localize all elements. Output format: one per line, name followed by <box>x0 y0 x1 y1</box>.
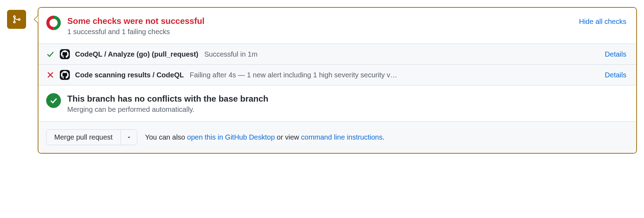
merge-button-group: Merge pull request <box>46 129 137 145</box>
merge-alt-text: You can also open this in GitHub Desktop… <box>145 133 385 141</box>
check-name: Code scanning results / CodeQL <box>75 71 184 79</box>
command-line-instructions-link[interactable]: command line instructions <box>301 133 383 141</box>
github-icon <box>61 50 69 58</box>
check-detail: Successful in 1m <box>204 50 258 58</box>
speech-pointer <box>34 15 38 24</box>
github-icon <box>61 71 69 79</box>
footer-prefix: You can also <box>145 133 187 141</box>
merge-conflict-section: This branch has no conflicts with the ba… <box>38 85 636 121</box>
merge-pull-request-button[interactable]: Merge pull request <box>47 130 120 145</box>
github-actions-avatar <box>60 70 70 80</box>
check-row: CodeQL / Analyze (go) (pull_request) Suc… <box>38 44 636 65</box>
open-github-desktop-link[interactable]: open this in GitHub Desktop <box>187 133 275 141</box>
status-donut-icon <box>46 15 61 30</box>
git-merge-icon <box>12 15 21 24</box>
check-details-link[interactable]: Details <box>605 50 626 58</box>
toggle-checks-link[interactable]: Hide all checks <box>579 18 626 26</box>
check-text: Code scanning results / CodeQL Failing a… <box>75 71 600 79</box>
checks-summary-subtitle: 1 successful and 1 failing checks <box>67 28 572 36</box>
footer-suffix: . <box>383 133 385 141</box>
github-actions-avatar <box>60 49 70 59</box>
check-failure-icon <box>46 71 55 78</box>
check-success-icon <box>46 51 55 58</box>
footer-mid: or view <box>275 133 301 141</box>
check-text: CodeQL / Analyze (go) (pull_request) Suc… <box>75 50 600 58</box>
merge-ok-icon <box>46 93 61 108</box>
checks-list: CodeQL / Analyze (go) (pull_request) Suc… <box>38 44 636 85</box>
check-details-link[interactable]: Details <box>605 71 626 79</box>
merge-status-box: Some checks were not successful 1 succes… <box>38 7 637 154</box>
merge-options-caret[interactable] <box>120 130 137 145</box>
checks-summary-header: Some checks were not successful 1 succes… <box>38 8 636 44</box>
checks-summary-title: Some checks were not successful <box>67 15 572 26</box>
caret-down-icon <box>126 135 131 140</box>
conflict-subtitle: Merging can be performed automatically. <box>67 105 626 114</box>
check-detail: Failing after 4s — 1 new alert including… <box>190 71 397 79</box>
check-name: CodeQL / Analyze (go) (pull_request) <box>75 50 198 58</box>
merge-footer: Merge pull request You can also open thi… <box>38 121 636 153</box>
conflict-title: This branch has no conflicts with the ba… <box>67 93 626 104</box>
timeline-git-merge-badge <box>7 10 26 29</box>
check-row: Code scanning results / CodeQL Failing a… <box>38 65 636 85</box>
